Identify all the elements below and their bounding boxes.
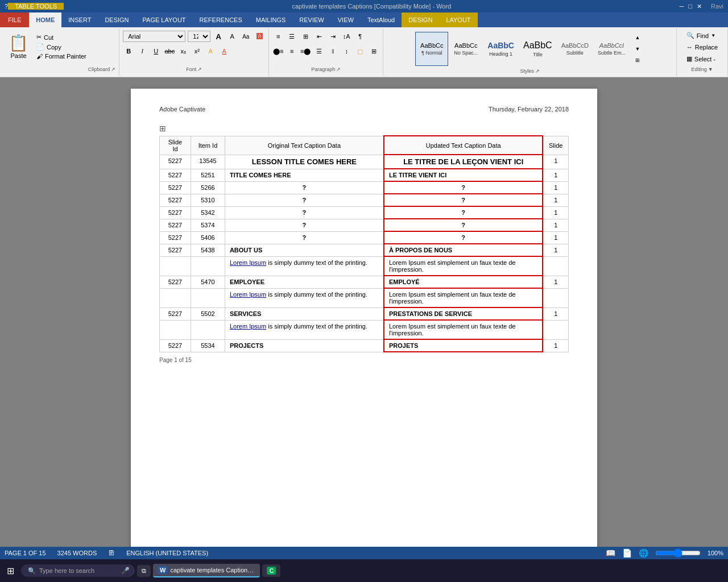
select-button[interactable]: ▦ Select - [684,54,718,64]
increase-indent-button[interactable]: ⇥ [327,31,338,42]
tab-mailings[interactable]: MAILINGS [249,13,293,27]
bold-button[interactable]: B [123,45,134,57]
style-subtitle[interactable]: AaBbCcD Subtitle [557,32,593,66]
styles-more[interactable]: ⊞ [632,55,643,66]
close-button[interactable]: ✕ [697,3,702,10]
tab-textaloud[interactable]: TextAloud [361,13,402,27]
print-layout-icon[interactable]: 📄 [622,548,632,558]
tab-design[interactable]: DESIGN [98,13,135,27]
case-button[interactable]: Aa [240,31,251,42]
multilevel-button[interactable]: ⊞ [300,31,311,42]
styles-expand-icon[interactable]: ↗ [535,68,540,74]
paragraph-expand-icon[interactable]: ↗ [336,66,341,72]
underline-button[interactable]: U [150,45,162,57]
replace-button[interactable]: ↔ Replace [684,43,720,52]
show-hide-button[interactable]: ¶ [354,31,366,42]
shrink-font-button[interactable]: A [226,31,238,42]
search-input[interactable] [39,567,118,574]
table-row-lorem: Lorem Ipsum is simply dummy text of the … [160,320,569,339]
paste-button[interactable]: 📋 Paste [3,31,34,62]
font-color-button[interactable]: A [218,45,230,57]
tab-file[interactable]: FILE [0,13,29,27]
tab-references[interactable]: REFERENCES [193,13,249,27]
read-mode-icon[interactable]: 📖 [606,548,615,558]
shading-button[interactable]: ▢ [354,45,366,57]
style-heading1[interactable]: AaBbC Heading 1 [483,32,518,66]
tab-view[interactable]: VIEW [331,13,361,27]
web-layout-icon[interactable]: 🌐 [639,548,648,558]
tab-page-layout[interactable]: PAGE LAYOUT [136,13,193,27]
cell-slide-num: 1 [543,244,568,256]
font-size-select[interactable]: 12 [188,31,210,42]
style-normal[interactable]: AaBbCc ¶ Normal [415,32,448,66]
cell-slide-id: 5227 [160,169,191,181]
find-label: Find [697,32,709,39]
cell-original: LESSON TITLE COMES HERE [225,155,384,169]
task-view-button[interactable]: ⧉ [137,565,151,577]
tab-insert[interactable]: INSERT [61,13,98,27]
taskbar: ⊞ 🔍 🎤 ⧉ W captivate templates Captions..… [0,559,728,582]
style-subtle-em[interactable]: AaBbCcI Subtle Em... [594,32,630,66]
captivate-taskbar-item[interactable]: C [262,564,280,577]
cell-item-id: 5266 [191,181,225,194]
borders-button[interactable]: ⊞ [368,45,379,57]
font-expand-icon[interactable]: ↗ [197,66,202,72]
tab-layout-table[interactable]: LAYOUT [439,13,477,27]
text-highlight-button[interactable]: A [205,45,216,57]
select-icon: ▦ [686,55,692,63]
cell-item-id: 5502 [191,307,225,320]
tab-design-table[interactable]: DESIGN [402,13,439,27]
find-button[interactable]: 🔍 Find ▼ [684,31,718,40]
style-no-space-label: No Spac... [454,50,478,56]
cut-button[interactable]: ✂ Cut [35,33,88,41]
superscript-button[interactable]: x² [191,45,202,57]
find-chevron[interactable]: ▼ [711,33,715,38]
cell-updated: LE TITRE DE LA LEÇON VIENT ICI [384,155,543,169]
styles-scroll-down[interactable]: ▼ [632,43,643,55]
start-button[interactable]: ⊞ [2,563,19,579]
tab-review[interactable]: REVIEW [292,13,330,27]
bullets-button[interactable]: ≡ [272,31,284,42]
paragraph-group: ≡ ☰ ⊞ ⇤ ⇥ ↕A ¶ ⬤≡ ≡ ≡⬤ ☰ ⫴ ↕ ▢ ⊞ Paragra… [269,28,383,76]
table-row: 52275470EMPLOYEEEMPLOYÉ1 [160,276,569,288]
line-spacing-button[interactable]: ↕ [341,45,352,57]
numbering-button[interactable]: ☰ [286,31,297,42]
styles-group-label: Styles [520,68,534,74]
word-taskbar-label: captivate templates Captions... [170,567,255,573]
cell-slide-num: 1 [543,307,568,320]
copy-button[interactable]: 📄 Copy [35,43,88,51]
zoom-slider[interactable] [655,548,701,558]
align-left-button[interactable]: ⬤≡ [272,45,284,57]
editing-expand-icon[interactable]: ▼ [708,66,713,72]
align-center-button[interactable]: ≡ [286,45,297,57]
table-expand-icon[interactable]: ⊞ [159,124,166,133]
font-name-select[interactable]: Arial [123,31,185,42]
tab-home[interactable]: HOME [29,13,61,27]
sort-button[interactable]: ↕A [341,31,352,42]
clipboard-expand-icon[interactable]: ↗ [111,66,115,72]
cell-slide-id: 5227 [160,307,191,320]
search-bar[interactable]: 🔍 🎤 [21,564,135,577]
clear-format-button[interactable]: 🅰 [254,31,265,42]
style-title-label: Title [533,52,543,57]
strikethrough-button[interactable]: abc [164,45,175,57]
table-row-lorem: Lorem Ipsum is simply dummy text of the … [160,256,569,276]
format-painter-button[interactable]: 🖌 Format Painter [35,52,88,60]
columns-button[interactable]: ⫴ [327,45,338,57]
style-title[interactable]: AaBbC Title [519,32,556,66]
page-number-note: Page 1 of 15 [159,357,569,363]
voice-search-icon[interactable]: 🎤 [121,567,130,575]
justify-button[interactable]: ☰ [313,45,325,57]
decrease-indent-button[interactable]: ⇤ [313,31,325,42]
minimize-button[interactable]: ─ [680,3,684,10]
italic-button[interactable]: I [136,45,148,57]
cell-item-id: 5342 [191,206,225,219]
align-right-button[interactable]: ≡⬤ [300,45,311,57]
styles-scroll-up[interactable]: ▲ [632,32,643,43]
word-taskbar-item[interactable]: W captivate templates Captions... [153,564,260,577]
style-no-space[interactable]: AaBbCc No Spac... [449,32,482,66]
subscript-button[interactable]: x₂ [177,45,189,57]
restore-button[interactable]: □ [688,3,692,10]
cell-original: EMPLOYEE [225,276,384,288]
grow-font-button[interactable]: A [213,31,224,42]
